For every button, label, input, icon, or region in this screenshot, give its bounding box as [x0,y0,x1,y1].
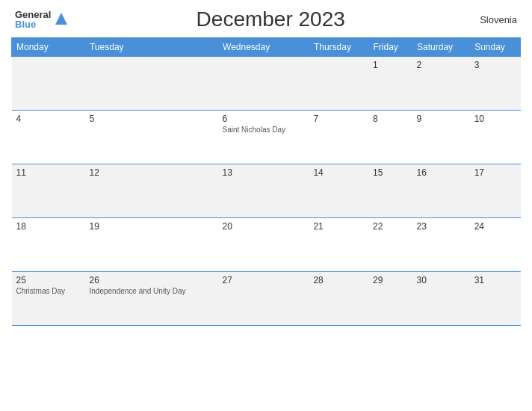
calendar-cell: 21 [309,218,368,272]
day-number: 7 [313,114,364,124]
calendar-cell: 6Saint Nicholas Day [218,111,309,164]
calendar-cell: 24 [470,218,521,272]
calendar-cell: 25Christmas Day [12,272,85,326]
calendar-cell: 3 [470,57,521,111]
calendar-table: MondayTuesdayWednesdayThursdayFridaySatu… [11,37,521,326]
calendar-header: General Blue December 2023 Slovenia [11,7,521,31]
calendar-header-row: MondayTuesdayWednesdayThursdayFridaySatu… [12,38,521,57]
calendar-cell: 28 [309,272,368,326]
day-number: 2 [417,60,466,70]
logo-triangle-icon [54,11,69,28]
calendar-cell: 26Independence and Unity Day [84,272,217,326]
calendar-cell [12,57,85,111]
country-label: Slovenia [472,14,517,25]
day-number: 14 [313,167,364,178]
calendar-week-row: 123 [12,57,521,111]
month-title: December 2023 [69,7,472,31]
weekday-header: Tuesday [84,38,217,57]
calendar-cell: 13 [218,164,309,218]
day-number: 12 [89,167,213,178]
calendar-cell [84,57,217,111]
day-number: 13 [223,167,305,178]
calendar-cell: 15 [368,164,412,218]
calendar-week-row: 25Christmas Day26Independence and Unity … [12,272,521,326]
calendar-cell: 22 [368,218,412,272]
day-number: 9 [417,114,466,124]
calendar-cell: 23 [412,218,470,272]
day-number: 3 [474,60,516,70]
holiday-name: Saint Nicholas Day [223,126,305,134]
day-number: 30 [417,275,466,285]
calendar-week-row: 18192021222324 [12,218,521,272]
calendar-cell: 7 [309,111,368,164]
weekday-header: Wednesday [218,38,309,57]
day-number: 6 [223,114,305,124]
day-number: 22 [373,221,408,232]
day-number: 25 [16,275,81,285]
calendar-cell: 9 [412,111,470,164]
svg-marker-0 [55,13,67,25]
calendar-cell: 5 [84,111,217,164]
calendar-cell: 12 [84,164,217,218]
calendar-cell: 17 [470,164,521,218]
day-number: 29 [373,275,408,285]
day-number: 28 [313,275,364,285]
logo: General Blue [15,10,69,29]
logo-blue-text: Blue [15,19,51,29]
calendar-cell: 27 [218,272,309,326]
day-number: 11 [16,167,81,178]
calendar-cell [218,57,309,111]
day-number: 10 [474,114,516,124]
day-number: 4 [16,114,81,124]
weekday-header: Sunday [470,38,521,57]
calendar-cell: 19 [84,218,217,272]
calendar-week-row: 456Saint Nicholas Day78910 [12,111,521,164]
day-number: 24 [474,221,516,232]
calendar-cell: 29 [368,272,412,326]
day-number: 1 [373,60,408,70]
day-number: 31 [474,275,516,285]
calendar-cell: 18 [12,218,85,272]
day-number: 16 [417,167,466,178]
day-number: 26 [89,275,213,285]
weekday-header: Monday [12,38,85,57]
day-number: 23 [417,221,466,232]
calendar-cell: 30 [412,272,470,326]
calendar-cell: 2 [412,57,470,111]
day-number: 20 [223,221,305,232]
calendar-page: General Blue December 2023 Slovenia Mond… [0,0,532,411]
calendar-cell: 4 [12,111,85,164]
calendar-cell: 20 [218,218,309,272]
holiday-name: Independence and Unity Day [89,287,213,295]
weekday-header: Thursday [309,38,368,57]
weekday-header: Saturday [412,38,470,57]
day-number: 21 [313,221,364,232]
calendar-cell: 16 [412,164,470,218]
holiday-name: Christmas Day [16,287,81,295]
day-number: 5 [89,114,213,124]
calendar-cell: 1 [368,57,412,111]
day-number: 17 [474,167,516,178]
calendar-cell: 8 [368,111,412,164]
calendar-cell [309,57,368,111]
calendar-week-row: 11121314151617 [12,164,521,218]
weekday-header: Friday [368,38,412,57]
day-number: 15 [373,167,408,178]
calendar-cell: 11 [12,164,85,218]
day-number: 8 [373,114,408,124]
calendar-cell: 14 [309,164,368,218]
calendar-cell: 10 [470,111,521,164]
calendar-cell: 31 [470,272,521,326]
calendar-body: 123456Saint Nicholas Day7891011121314151… [12,57,521,326]
day-number: 19 [89,221,213,232]
day-number: 18 [16,221,81,232]
day-number: 27 [223,275,305,285]
